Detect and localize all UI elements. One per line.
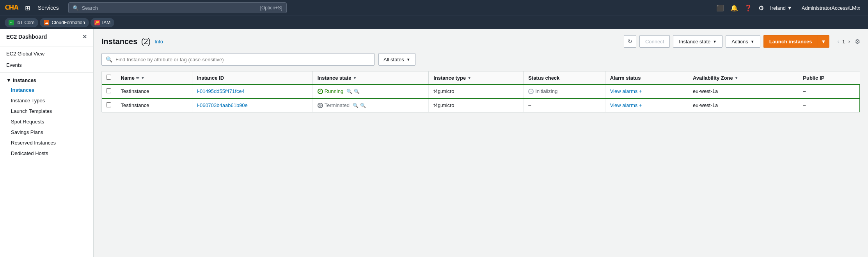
service-pill-iotcore[interactable]: ~ IoT Core — [5, 18, 38, 27]
page-count: (2) — [141, 37, 151, 46]
page-title-text: Instances — [101, 37, 137, 46]
service-bar: ~ IoT Core ☁ CloudFormation 🔑 IAM — [0, 16, 868, 29]
row1-type: t4g.micro — [433, 88, 454, 94]
launch-instances-button[interactable]: Launch instances — [763, 35, 818, 48]
states-dropdown[interactable]: All states ▼ — [378, 53, 415, 66]
row1-id-cell: i-01495dd55f471fce4 — [192, 84, 312, 98]
search-box[interactable]: 🔍 — [101, 53, 375, 66]
search-box-icon: 🔍 — [106, 56, 112, 62]
row2-az: eu-west-1a — [693, 102, 718, 108]
instances-data-table: Name ✏ ▼ Instance ID — [102, 71, 860, 112]
sidebar-close-button[interactable]: ✕ — [82, 34, 87, 40]
row2-state: ⊖ Terminated 🔍 🔍 — [318, 102, 424, 108]
sidebar-item-instances[interactable]: Instances — [0, 85, 93, 95]
sidebar-item-savings-plans[interactable]: Savings Plans — [0, 127, 93, 137]
row1-public-ip: – — [803, 88, 806, 94]
connect-button[interactable]: Connect — [639, 35, 670, 48]
aws-logo-icon[interactable] — [5, 3, 19, 12]
pagination-next-button[interactable]: › — [847, 37, 852, 45]
row1-checkbox-cell — [102, 84, 116, 98]
sidebar-item-reserved-instances[interactable]: Reserved Instances — [0, 137, 93, 148]
table-settings-icon[interactable]: ⚙ — [855, 38, 860, 45]
help-icon[interactable]: ❓ — [744, 4, 752, 12]
states-chevron-icon: ▼ — [406, 57, 410, 62]
sidebar-section-instances[interactable]: ▼ Instances — [0, 74, 93, 85]
cloud-shell-icon[interactable]: ⬛ — [716, 4, 724, 12]
actions-label: Actions — [731, 39, 748, 45]
search-placeholder-text[interactable]: Search — [82, 5, 98, 11]
sidebar-divider-1 — [0, 46, 93, 46]
az-sort-icon[interactable]: ▼ — [735, 76, 738, 80]
th-name: Name ✏ ▼ — [116, 71, 192, 84]
instances-section-chevron-icon: ▼ — [6, 77, 11, 83]
sidebar-item-events[interactable]: Events — [0, 59, 93, 71]
actions-chevron-icon: ▼ — [751, 39, 754, 44]
row2-alarm-link[interactable]: View alarms + — [610, 102, 683, 108]
select-all-checkbox[interactable] — [106, 75, 111, 80]
bell-icon[interactable]: 🔔 — [730, 4, 738, 12]
account-label: AdministratorAccess/LMtx — [802, 5, 860, 11]
instances-section-label: Instances — [13, 77, 36, 83]
settings-icon[interactable]: ⚙ — [758, 4, 764, 12]
sidebar-item-launch-templates[interactable]: Launch Templates — [0, 106, 93, 116]
service-pill-cloudformation[interactable]: ☁ CloudFormation — [40, 18, 89, 27]
row1-az-cell: eu-west-1a — [688, 84, 798, 98]
iam-label: IAM — [102, 20, 110, 25]
th-instance-id: Instance ID — [192, 71, 312, 84]
row2-zoom-icons: 🔍 🔍 — [353, 103, 366, 108]
row2-type: t4g.micro — [433, 102, 454, 108]
name-edit-icon[interactable]: ✏ — [136, 76, 139, 80]
search-input[interactable] — [115, 57, 370, 62]
row2-state-cell: ⊖ Terminated 🔍 🔍 — [312, 98, 428, 112]
actions-button[interactable]: Actions ▼ — [726, 35, 760, 48]
row1-checkbox[interactable] — [106, 88, 111, 93]
row1-type-cell: t4g.micro — [429, 84, 524, 98]
region-chevron-icon: ▼ — [787, 5, 792, 11]
row1-zoom-out-icon[interactable]: 🔍 — [354, 89, 360, 94]
nav-icons: ⬛ 🔔 ❓ ⚙ — [716, 4, 764, 12]
info-link[interactable]: Info — [154, 39, 163, 45]
refresh-button[interactable]: ↻ — [624, 35, 636, 48]
th-availability-zone: Availability Zone ▼ — [688, 71, 798, 84]
type-sort-icon[interactable]: ▼ — [467, 76, 471, 80]
sidebar-item-instance-types[interactable]: Instance Types — [0, 95, 93, 106]
sidebar-divider-2 — [0, 72, 93, 73]
global-search-box: 🔍 Search [Option+S] — [68, 2, 287, 13]
th-instance-state: Instance state ▼ — [312, 71, 428, 84]
services-label[interactable]: Services — [35, 5, 62, 11]
main-content: Instances (2) Info ↻ Connect Instance st… — [94, 29, 868, 257]
row1-az: eu-west-1a — [693, 88, 718, 94]
grid-icon[interactable]: ⊞ — [23, 3, 32, 13]
row2-checkbox[interactable] — [106, 102, 111, 107]
initializing-icon: ○ — [528, 89, 534, 94]
row2-zoom-out-icon[interactable]: 🔍 — [360, 103, 366, 108]
filter-bar: 🔍 All states ▼ — [101, 53, 860, 66]
launch-button-group: Launch instances ▼ — [763, 35, 830, 48]
iam-icon: 🔑 — [94, 20, 100, 25]
region-selector[interactable]: Ireland ▼ — [767, 5, 795, 11]
state-sort-icon[interactable]: ▼ — [353, 76, 357, 80]
row1-alarm-link[interactable]: View alarms + — [610, 88, 683, 94]
name-sort-icon[interactable]: ▼ — [141, 76, 145, 80]
page-title: Instances (2) — [101, 37, 151, 46]
row2-alarm-cell: View alarms + — [605, 98, 688, 112]
launch-instances-caret-button[interactable]: ▼ — [818, 35, 830, 48]
sidebar-title[interactable]: EC2 Dashboard — [6, 34, 47, 40]
sidebar-item-global-view[interactable]: EC2 Global View — [0, 48, 93, 59]
row1-instance-id-link[interactable]: i-01495dd55f471fce4 — [197, 88, 245, 94]
th-instance-type: Instance type ▼ — [429, 71, 524, 84]
sidebar-item-dedicated-hosts[interactable]: Dedicated Hosts — [0, 148, 93, 159]
service-pill-iam[interactable]: 🔑 IAM — [91, 18, 114, 27]
th-status-check: Status check — [524, 71, 605, 84]
row1-zoom-icons: 🔍 🔍 — [346, 89, 360, 94]
row2-zoom-in-icon[interactable]: 🔍 — [353, 103, 359, 108]
row1-zoom-in-icon[interactable]: 🔍 — [346, 89, 352, 94]
account-menu[interactable]: AdministratorAccess/LMtx — [799, 5, 863, 11]
cloudformation-label: CloudFormation — [51, 20, 85, 25]
instance-state-button[interactable]: Instance state ▼ — [673, 35, 722, 48]
row2-public-ip: – — [803, 102, 806, 108]
sidebar-item-spot-requests[interactable]: Spot Requests — [0, 116, 93, 127]
search-icon: 🔍 — [73, 5, 79, 11]
pagination-prev-button[interactable]: ‹ — [836, 37, 841, 45]
row2-instance-id-link[interactable]: i-060703b4aab61b90e — [197, 102, 248, 108]
